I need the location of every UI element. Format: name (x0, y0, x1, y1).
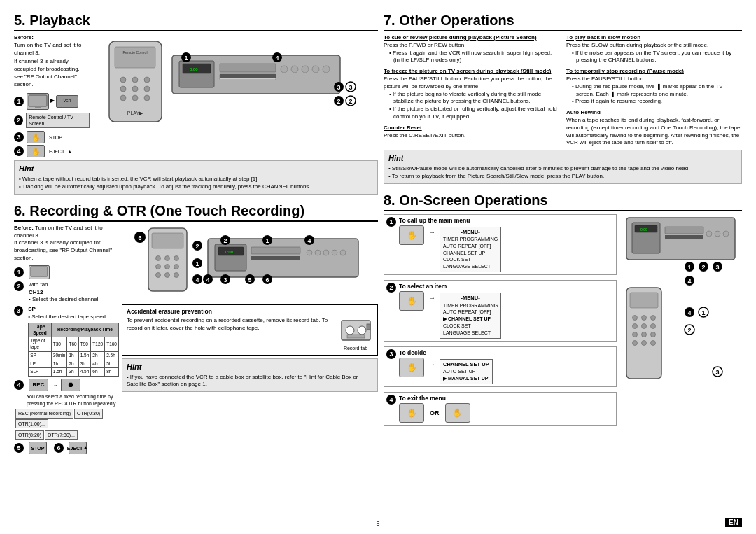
other-ops-hint-title: Hint (388, 153, 737, 164)
svg-point-26 (144, 86, 150, 92)
svg-point-111 (633, 323, 638, 328)
svg-text:3: 3 (349, 84, 352, 91)
arrow1: → (53, 382, 58, 388)
rec-step6-icon: EJECT▲ (69, 442, 87, 454)
playback-title: 5. Playback (14, 13, 378, 31)
en-badge: EN (725, 518, 742, 527)
svg-point-25 (132, 86, 138, 92)
svg-text:6: 6 (138, 234, 141, 241)
svg-text:2: 2 (687, 327, 691, 334)
svg-text:3: 3 (715, 264, 719, 271)
svg-text:2: 2 (223, 237, 227, 244)
rec-step4-badge: 4 (14, 380, 24, 390)
svg-point-108 (633, 315, 638, 320)
other-ops-right: To play back in slow motion Press the SL… (566, 34, 742, 147)
svg-point-113 (651, 323, 656, 328)
svg-point-66 (332, 250, 337, 255)
onscreen-num: 8. (384, 192, 396, 208)
stop-label: STOP (49, 134, 62, 141)
step3-menu: CHANNEL SET UP AUTO SET UP ▶ MANUAL SET … (440, 359, 493, 384)
rec-select-speed: • Select the desired tape speed (28, 314, 119, 321)
cue-instruction: Press the F.FWD or REW button. (384, 42, 465, 48)
svg-rect-4 (220, 64, 276, 72)
playback-title-text: Playback (29, 13, 90, 28)
svg-point-110 (651, 315, 656, 320)
svg-point-50 (156, 272, 161, 277)
svg-rect-61 (251, 247, 300, 254)
freeze-heading: To freeze the picture on TV screen durin… (384, 68, 551, 74)
svg-point-95 (723, 231, 729, 237)
page-number: - 5 - (372, 520, 384, 527)
other-ops-num: 7. (384, 13, 396, 28)
svg-point-9 (312, 66, 319, 73)
cassette-svg (340, 317, 372, 345)
recording-hint1: •If you have connected the VCR to a cabl… (127, 374, 373, 389)
svg-text:4: 4 (687, 278, 691, 285)
page: 5. Playback Before: Turn on the TV and s… (0, 0, 756, 534)
rec-select-channel: • Select the desired channel (29, 296, 98, 304)
playback-section: 5. Playback Before: Turn on the TV and s… (14, 13, 378, 195)
rec-stop-label: STOP (31, 445, 45, 451)
svg-rect-43 (152, 233, 183, 248)
svg-text:2: 2 (349, 98, 352, 105)
svg-point-119 (651, 340, 656, 345)
svg-point-22 (132, 77, 138, 83)
recording-bullet1: If channel 3 is already occupied for bro… (14, 239, 112, 261)
step4-content: To exit the menu ✋ OR ✋ (399, 395, 614, 423)
svg-point-47 (156, 264, 161, 269)
other-ops-hint1: •Still/Slow/Pause mode will be automatic… (388, 165, 737, 173)
step3-content: To decide ✋ → CHANNEL SET UP AUTO SET UP (399, 349, 614, 384)
svg-point-24 (120, 86, 126, 92)
onscreen-section: 8. On-Screen Operations 1 To call up the… (384, 192, 742, 428)
svg-text:PLAY▶: PLAY▶ (127, 111, 144, 115)
remote-control-label: Remote Control / TV Screen (26, 113, 90, 129)
step2-label: To select an item (399, 283, 614, 290)
otr-normal: REC (Normal recording) (15, 409, 74, 418)
rec-step4-circle: ⏺ (61, 379, 80, 391)
cue-review-section: To cue or review picture during playback… (384, 34, 559, 64)
svg-point-21 (120, 77, 126, 83)
playback-diagram-area: 0:00 1 4 Remote Control (92, 34, 378, 132)
recording-vcr-diagram: 6 (122, 225, 378, 302)
playback-hint2: •Tracking will be automatically adjusted… (19, 183, 373, 191)
playback-hint-box: Hint •When a tape without record tab is … (14, 160, 378, 194)
step1-content: To call up the main menu ✋ → -MENU- (399, 217, 614, 272)
temp-stop-section: To temporarily stop recording (Pause mod… (566, 68, 742, 106)
svg-text:2: 2 (195, 243, 199, 250)
erasure-prevention-box: Accidental erasure prevention To prevent… (122, 304, 378, 356)
svg-text:3: 3 (715, 369, 719, 376)
step4-hand1-icon: ✋ (399, 403, 424, 423)
erasure-title: Accidental erasure prevention (127, 308, 373, 316)
onscreen-step3: 3 To decide ✋ → CHANNEL SET UP (384, 346, 617, 387)
recording-right-area: 6 (122, 225, 378, 392)
counter-heading: Counter Reset (384, 125, 422, 131)
rec-ch12: CH12 (29, 289, 98, 297)
auto-rewind-heading: Auto Rewind (566, 109, 601, 115)
onscreen-title: 8. On-Screen Operations (384, 192, 742, 211)
svg-point-27 (120, 95, 126, 101)
playback-bullet1-text: If channel 3 is already occupied for bro… (14, 58, 80, 87)
recording-instructions: Before: Turn on the TV and set it to cha… (14, 225, 119, 456)
svg-text:3: 3 (337, 84, 340, 91)
slow-heading: To play back in slow motion (566, 34, 640, 41)
svg-point-45 (165, 255, 170, 260)
svg-text:2: 2 (701, 264, 705, 271)
rec-step1-diagram (29, 265, 50, 279)
auto-rewind-section: Auto Rewind When a tape reaches its end … (566, 109, 742, 147)
svg-rect-0 (29, 95, 47, 106)
step1-badge: 1 (14, 97, 24, 106)
other-ops-hint2-text: To return to playback from the Picture S… (392, 173, 604, 179)
other-ops-hint2: •To return to playback from the Picture … (388, 173, 737, 181)
svg-point-93 (706, 231, 712, 237)
svg-text:0:00: 0:00 (225, 250, 233, 254)
svg-text:5: 5 (248, 276, 251, 283)
playback-hint1: •When a tape without record tab is inser… (19, 176, 373, 183)
svg-point-86 (358, 326, 366, 335)
svg-text:0:00: 0:00 (190, 67, 198, 71)
left-column: 5. Playback Before: Turn on the TV and s… (14, 13, 378, 517)
step2-hand-icon: ✋ (399, 291, 424, 311)
hand-step3: ✋ (27, 131, 45, 143)
page-footer: - 5 - EN (14, 520, 742, 527)
recording-section: 6. Recording & OTR (One Touch Recording)… (14, 203, 378, 456)
svg-point-49 (174, 264, 179, 269)
